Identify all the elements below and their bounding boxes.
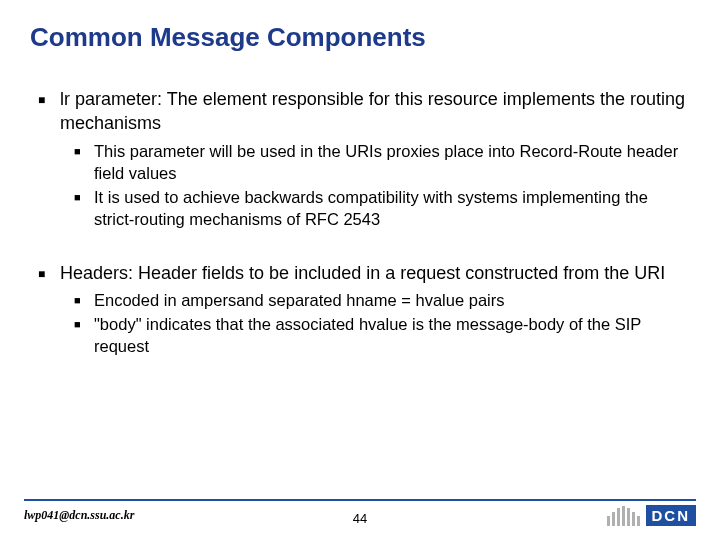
bullet-text: lr parameter: The element responsible fo… <box>60 89 685 133</box>
bullet-level2: ■ "body" indicates that the associated h… <box>94 313 690 358</box>
page-number: 44 <box>353 511 367 526</box>
slide-content: ■ lr parameter: The element responsible … <box>30 87 690 358</box>
bullet-text: It is used to achieve backwards compatib… <box>94 188 648 228</box>
bullet-level2: ■ It is used to achieve backwards compat… <box>94 186 690 231</box>
slide-title: Common Message Components <box>30 22 690 53</box>
square-bullet-icon: ■ <box>74 190 81 205</box>
footer-logo: DCN <box>607 505 697 526</box>
square-bullet-icon: ■ <box>74 144 81 159</box>
footer-divider <box>24 499 696 501</box>
square-bullet-icon: ■ <box>38 92 45 108</box>
bullet-level2: ■ Encoded in ampersand separated hname =… <box>94 289 690 311</box>
bars-icon <box>607 506 640 526</box>
square-bullet-icon: ■ <box>38 266 45 282</box>
bullet-text: "body" indicates that the associated hva… <box>94 315 641 355</box>
bullet-level1: ■ lr parameter: The element responsible … <box>60 87 690 136</box>
bullet-level1: ■ Headers: Header fields to be included … <box>60 261 690 285</box>
logo-text: DCN <box>646 505 697 526</box>
square-bullet-icon: ■ <box>74 293 81 308</box>
square-bullet-icon: ■ <box>74 317 81 332</box>
bullet-text: Encoded in ampersand separated hname = h… <box>94 291 504 309</box>
slide-footer: lwp041@dcn.ssu.ac.kr 44 DCN <box>0 499 720 526</box>
bullet-text: This parameter will be used in the URIs … <box>94 142 678 182</box>
bullet-level2: ■ This parameter will be used in the URI… <box>94 140 690 185</box>
bullet-text: Headers: Header fields to be included in… <box>60 263 665 283</box>
footer-email: lwp041@dcn.ssu.ac.kr <box>24 508 134 523</box>
